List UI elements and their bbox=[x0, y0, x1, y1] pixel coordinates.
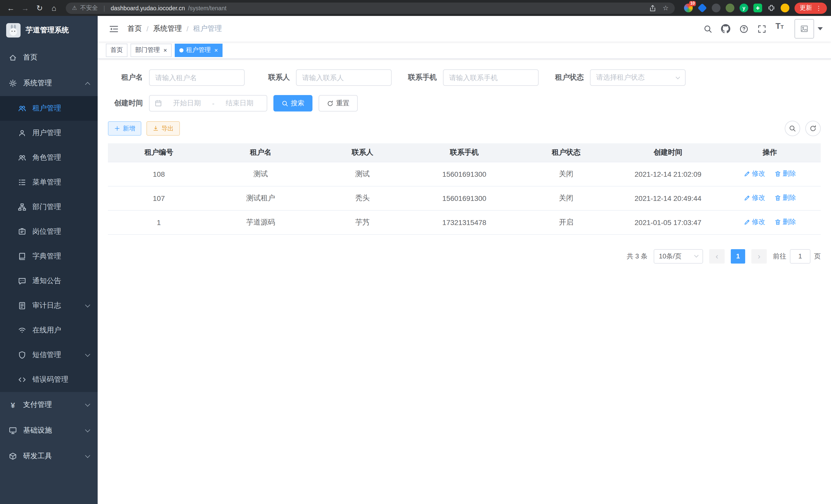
date-end[interactable]: 结束日期 bbox=[218, 99, 262, 108]
fullscreen-icon[interactable] bbox=[754, 22, 769, 36]
date-range-picker[interactable]: 开始日期 - 结束日期 bbox=[149, 95, 267, 112]
goto-page-input[interactable] bbox=[790, 249, 810, 263]
create-time-label: 创建时间 bbox=[108, 99, 143, 108]
close-icon[interactable]: × bbox=[164, 47, 167, 53]
tenant-name-label: 租户名 bbox=[108, 73, 143, 82]
cell-status: 关闭 bbox=[515, 162, 617, 186]
profile-avatar-icon[interactable] bbox=[781, 4, 790, 12]
sidebar-item-notice[interactable]: 通知公告 bbox=[0, 269, 98, 293]
breadcrumb-tenant: 租户管理 bbox=[193, 24, 222, 33]
search-icon bbox=[282, 100, 288, 107]
cell-tenant-name: 测试 bbox=[210, 162, 311, 186]
browser-forward-button[interactable]: → bbox=[19, 1, 32, 14]
book-icon bbox=[18, 252, 27, 261]
tag-home[interactable]: 首页 bbox=[106, 43, 127, 57]
table-row: 107 测试租户 秃头 15601691300 关闭 2021-12-14 20… bbox=[108, 186, 821, 210]
sidebar-item-infra[interactable]: 基础设施 bbox=[0, 418, 98, 443]
date-start[interactable]: 开始日期 bbox=[165, 99, 209, 108]
col-tenant-id: 租户编号 bbox=[108, 143, 210, 162]
sidebar-item-home[interactable]: 首页 bbox=[0, 45, 98, 70]
delete-link[interactable]: 删除 bbox=[774, 194, 796, 203]
tenant-name-input[interactable] bbox=[149, 69, 245, 86]
cell-status: 关闭 bbox=[515, 186, 617, 210]
extension-icon-dark[interactable] bbox=[712, 4, 720, 12]
pencil-icon bbox=[744, 171, 750, 177]
edit-link[interactable]: 修改 bbox=[744, 194, 765, 203]
search-button[interactable]: 搜索 bbox=[274, 95, 312, 112]
export-button[interactable]: 导出 bbox=[146, 121, 180, 136]
sidebar-item-error-code[interactable]: 错误码管理 bbox=[0, 367, 98, 392]
extension-icon-green-chat[interactable]: ✚ bbox=[753, 4, 762, 12]
sidebar-item-dept[interactable]: 部门管理 bbox=[0, 195, 98, 219]
sidebar-collapse-icon[interactable] bbox=[106, 21, 121, 36]
browser-toolbar: ← → ↻ ⌂ ⚠ 不安全 | dashboard.yudao.iocoder.… bbox=[0, 0, 831, 16]
tag-dept[interactable]: 部门管理 × bbox=[131, 43, 172, 57]
sidebar-item-role[interactable]: 角色管理 bbox=[0, 145, 98, 170]
trash-icon bbox=[774, 171, 781, 177]
puzzle-extensions-icon[interactable] bbox=[767, 4, 775, 12]
edit-link[interactable]: 修改 bbox=[744, 169, 765, 179]
font-size-icon[interactable]: TT bbox=[772, 22, 787, 36]
page-number-1[interactable]: 1 bbox=[731, 249, 745, 263]
search-icon[interactable] bbox=[700, 22, 715, 36]
bookmark-star-icon[interactable]: ☆ bbox=[663, 4, 668, 12]
browser-menu-icon[interactable]: ⋮ bbox=[815, 4, 822, 11]
cell-tenant-name: 测试租户 bbox=[210, 186, 311, 210]
help-icon[interactable] bbox=[737, 22, 751, 36]
browser-back-button[interactable]: ← bbox=[4, 1, 18, 14]
extension-icon-blue[interactable] bbox=[698, 3, 707, 13]
mobile-input[interactable] bbox=[443, 69, 539, 86]
toggle-search-button[interactable] bbox=[785, 121, 800, 136]
sidebar-item-online-users[interactable]: 在线用户 bbox=[0, 318, 98, 343]
reset-button[interactable]: 重置 bbox=[319, 95, 358, 112]
user-menu[interactable] bbox=[795, 19, 823, 38]
status-select[interactable]: 请选择租户状态 bbox=[590, 69, 686, 86]
sidebar-item-tenant[interactable]: 租户管理 bbox=[0, 96, 98, 121]
status-label: 租户状态 bbox=[549, 73, 584, 82]
trash-icon bbox=[774, 219, 781, 226]
security-label: 不安全 bbox=[80, 4, 98, 12]
sidebar-item-menu[interactable]: 菜单管理 bbox=[0, 170, 98, 195]
monitor-icon bbox=[8, 426, 18, 435]
shield-icon bbox=[18, 351, 27, 359]
extension-icon-colorful[interactable]: 10 bbox=[684, 4, 693, 12]
add-button[interactable]: 新增 bbox=[108, 121, 141, 136]
sidebar-item-sms[interactable]: 短信管理 bbox=[0, 343, 98, 367]
sidebar-item-dict[interactable]: 字典管理 bbox=[0, 244, 98, 269]
tag-tenant[interactable]: 租户管理 × bbox=[175, 43, 223, 57]
github-icon[interactable] bbox=[718, 22, 733, 36]
delete-link[interactable]: 删除 bbox=[774, 169, 796, 179]
extension-badge: 10 bbox=[689, 1, 696, 6]
sidebar-item-system[interactable]: 系统管理 bbox=[0, 70, 98, 96]
edit-link[interactable]: 修改 bbox=[744, 217, 765, 227]
page-size-select[interactable]: 10条/页 bbox=[654, 249, 703, 263]
table-row: 108 测试 测试 15601691300 关闭 2021-12-14 21:0… bbox=[108, 162, 821, 186]
contact-input[interactable] bbox=[296, 69, 392, 86]
browser-update-button[interactable]: 更新 ⋮ bbox=[795, 2, 827, 13]
sidebar-item-audit-log[interactable]: 审计日志 bbox=[0, 293, 98, 318]
refresh-table-button[interactable] bbox=[805, 121, 821, 136]
sidebar-item-user[interactable]: 用户管理 bbox=[0, 121, 98, 145]
browser-home-button[interactable]: ⌂ bbox=[47, 1, 61, 14]
next-page-button[interactable]: › bbox=[751, 249, 767, 263]
share-icon[interactable] bbox=[649, 4, 657, 11]
extension-icon-green-y[interactable]: y bbox=[740, 4, 748, 12]
address-bar[interactable]: ⚠ 不安全 | dashboard.yudao.iocoder.cn /syst… bbox=[66, 2, 675, 13]
extensions-bar: 10 y ✚ bbox=[684, 4, 790, 12]
app-title: 芋道管理系统 bbox=[26, 26, 69, 35]
users-icon bbox=[18, 104, 27, 113]
sidebar-item-payment[interactable]: ¥ 支付管理 bbox=[0, 392, 98, 418]
extension-icon-olive[interactable] bbox=[726, 4, 735, 12]
pagination: 共 3 条 10条/页 ‹ 1 › 前往 页 bbox=[108, 249, 821, 263]
sidebar-item-devtools[interactable]: 研发工具 bbox=[0, 443, 98, 469]
cell-status: 开启 bbox=[515, 210, 617, 234]
close-icon[interactable]: × bbox=[214, 47, 218, 53]
prev-page-button[interactable]: ‹ bbox=[709, 249, 725, 263]
breadcrumb-system[interactable]: 系统管理 bbox=[153, 24, 182, 33]
sidebar-item-post[interactable]: 岗位管理 bbox=[0, 219, 98, 244]
browser-refresh-button[interactable]: ↻ bbox=[33, 1, 46, 14]
breadcrumb-home[interactable]: 首页 bbox=[127, 24, 142, 33]
delete-link[interactable]: 删除 bbox=[774, 217, 796, 227]
page-content: 租户名 联系人 联系手机 租户状态 请选择租户状态 bbox=[98, 59, 831, 504]
sidebar: 芋道管理系统 首页 系统管理 租户管理 用户管理 bbox=[0, 16, 98, 504]
